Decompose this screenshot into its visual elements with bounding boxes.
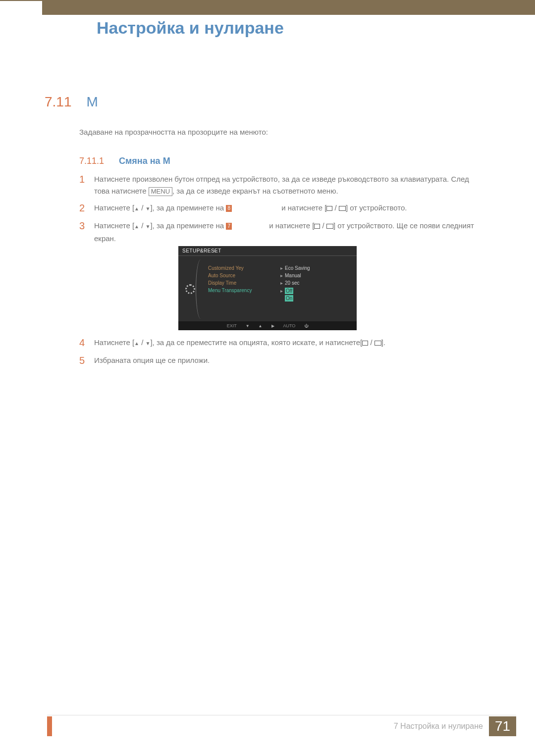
osd-value: 20 sec xyxy=(285,280,299,286)
osd-option-on: On xyxy=(285,295,293,302)
osd-item: Customized Yey xyxy=(203,264,277,272)
osd-value: Eco Saving xyxy=(285,265,310,271)
osd-menu-list: Customized Yey Auto Source Display Time … xyxy=(203,257,277,321)
step-4: 4 Натиснете [ / ], за да се преместите н… xyxy=(79,337,485,350)
enter-icon xyxy=(339,206,346,211)
enter-icon xyxy=(326,224,333,229)
rect-icon xyxy=(314,224,320,229)
step-3-text-b: ], за да преминете на xyxy=(150,221,226,230)
triangle-down-icon xyxy=(146,221,151,230)
step-5-text: Избраната опция ще се приложи. xyxy=(94,354,485,366)
step-3: 3 Натиснете [ / ], за да преминете на 7 … xyxy=(79,220,485,245)
gear-icon xyxy=(185,284,195,294)
triangle-down-icon xyxy=(146,203,151,212)
triangle-up-icon: ▲ xyxy=(259,324,263,328)
step-4-text-c: ]. xyxy=(381,338,385,347)
menu-button-label: MENU xyxy=(149,187,172,196)
step-4-text-a: Натиснете [ xyxy=(94,338,134,347)
osd-title: SETUP&RESET xyxy=(178,246,357,255)
ref-glyph: 8 xyxy=(226,205,232,212)
step-1: 1 Натиснете произволен бутон отпред на у… xyxy=(79,173,485,197)
triangle-right-icon: ▶ xyxy=(271,324,274,328)
subsection-title: Смяна на M xyxy=(119,156,170,166)
footer-chapter-label: 7 Настройка и нулиране xyxy=(394,722,483,731)
footer-accent xyxy=(47,716,52,736)
step-4-text-b: ], за да се преместите на опцията, която… xyxy=(150,338,362,347)
chapter-title: Настройка и нулиране xyxy=(94,17,286,39)
page-footer: 7 Настройка и нулиране 71 xyxy=(47,716,516,736)
enter-icon xyxy=(374,341,381,346)
step-3-text-c: и натиснете [ xyxy=(269,221,314,230)
osd-auto-label: AUTO xyxy=(283,323,296,328)
osd-values: ▸Eco Saving ▸Manual ▸20 sec ▸Off ▸On xyxy=(277,257,352,321)
triangle-up-icon xyxy=(134,203,139,212)
intro-text: Задаване на прозрачността на прозорците … xyxy=(79,128,268,136)
triangle-down-icon xyxy=(146,338,151,347)
step-2-text-a: Натиснете [ xyxy=(94,203,134,212)
step-5: 5 Избраната опция ще се приложи. xyxy=(79,354,485,366)
step-1-text-b: , за да се изведе екранът на съответното… xyxy=(172,187,338,195)
section-title: M xyxy=(87,94,98,110)
rect-icon xyxy=(326,206,332,211)
osd-item: Display Time xyxy=(203,279,277,287)
osd-footer: EXIT ▼ ▲ ▶ AUTO ⏻ xyxy=(178,321,357,330)
step-2-text-c: и натиснете [ xyxy=(281,203,326,212)
triangle-down-icon: ▼ xyxy=(246,324,250,328)
step-2: 2 Натиснете [ / ], за да преминете на 8 … xyxy=(79,202,485,215)
step-2-text-b: ], за да преминете на xyxy=(150,203,226,212)
osd-value: Manual xyxy=(285,273,301,278)
step-2-text-d: ] от устройството. xyxy=(346,203,407,212)
triangle-up-icon xyxy=(134,338,139,347)
section-number: 7.11 xyxy=(45,94,72,110)
subsection-number: 7.11.1 xyxy=(79,156,104,166)
osd-option-off: Off xyxy=(285,288,293,294)
osd-exit-label: EXIT xyxy=(227,323,237,328)
osd-screenshot: SETUP&RESET ▲ Customized Yey Auto Source… xyxy=(178,246,357,330)
ref-glyph: 7 xyxy=(226,223,232,230)
triangle-up-icon xyxy=(134,221,139,230)
power-icon: ⏻ xyxy=(304,324,308,328)
page-number: 71 xyxy=(489,716,516,736)
osd-item: Auto Source xyxy=(203,272,277,279)
step-3-text-a: Натиснете [ xyxy=(94,221,134,230)
top-bar xyxy=(42,0,535,15)
osd-item-selected: Menu Transparency xyxy=(203,287,277,294)
rect-icon xyxy=(362,341,368,346)
